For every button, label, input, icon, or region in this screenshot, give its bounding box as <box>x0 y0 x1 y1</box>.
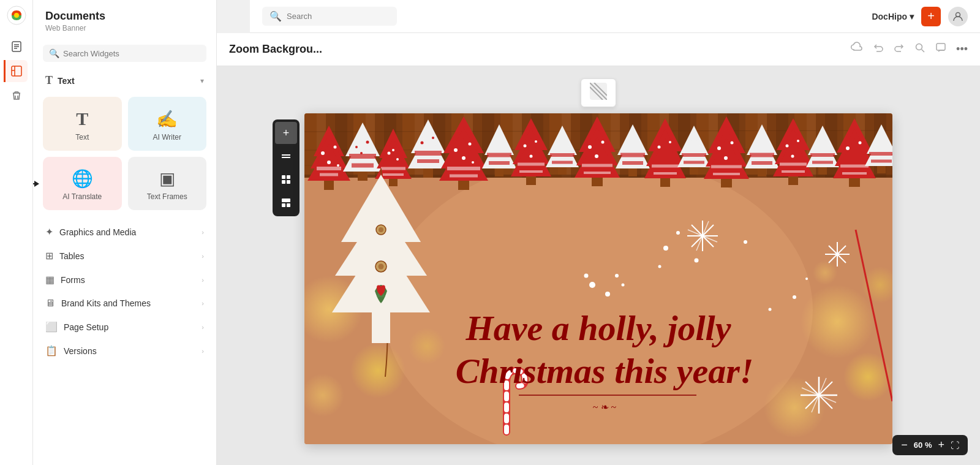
page-setup-chevron: › <box>202 323 204 331</box>
rail-documents-icon[interactable] <box>6 36 28 58</box>
svg-point-64 <box>355 146 358 148</box>
menu-page-setup[interactable]: ⬜ Page Setup › <box>33 315 216 339</box>
svg-point-82 <box>432 137 434 139</box>
svg-point-211 <box>805 278 808 280</box>
widget-text[interactable]: T Text <box>43 97 122 151</box>
zoom-in-button[interactable]: + <box>938 439 944 452</box>
zoom-fit-button[interactable]: ⛶ <box>951 440 959 450</box>
nav-brand[interactable]: DocHipo ▾ <box>872 12 914 21</box>
nav-brand-chevron: ▾ <box>910 12 914 21</box>
rail-editor-icon[interactable] <box>4 60 28 82</box>
widget-ai-translate-label: AI Translate <box>62 192 102 201</box>
svg-rect-136 <box>690 167 698 175</box>
graphics-media-icon: ✦ <box>45 226 53 238</box>
float-pattern-icon <box>590 83 607 103</box>
svg-point-171 <box>846 146 850 150</box>
canvas-body: + <box>217 66 980 465</box>
versions-icon: 📋 <box>45 345 58 357</box>
search-widgets-input[interactable] <box>63 49 200 58</box>
tables-chevron: › <box>202 252 204 260</box>
svg-point-118 <box>595 154 598 158</box>
text-section-header[interactable]: T Text ▾ <box>33 69 216 92</box>
svg-text:~ ❧ ~: ~ ❧ ~ <box>593 402 617 412</box>
nav-avatar[interactable] <box>948 7 968 26</box>
svg-rect-142 <box>721 179 732 187</box>
svg-rect-150 <box>758 168 766 176</box>
widget-ai-writer[interactable]: ✍️ AI Writer <box>128 97 207 151</box>
graphics-media-chevron: › <box>202 229 204 236</box>
zoom-out-button[interactable]: − <box>901 439 908 452</box>
svg-rect-24 <box>282 203 285 207</box>
nav-plus-button[interactable]: + <box>921 7 941 26</box>
svg-rect-101 <box>526 176 536 185</box>
text-section-icon: T <box>45 74 53 87</box>
svg-rect-177 <box>877 166 886 173</box>
redo-icon[interactable] <box>894 42 905 56</box>
more-icon[interactable]: ••• <box>956 43 968 56</box>
svg-rect-23 <box>282 198 290 202</box>
svg-point-217 <box>589 282 595 288</box>
svg-point-210 <box>793 295 796 299</box>
canvas-scene: + <box>304 113 892 444</box>
widget-ai-writer-icon: ✍️ <box>156 109 178 129</box>
app-logo[interactable] <box>6 5 27 26</box>
svg-point-103 <box>535 140 537 143</box>
widget-ai-translate[interactable]: 🌐 AI Translate <box>43 157 122 210</box>
top-nav: 🔍 DocHipo ▾ + <box>250 0 980 33</box>
widget-grid: T Text ✍️ AI Writer 🌐 AI Translate ▣ Tex… <box>33 92 216 220</box>
widget-ai-writer-label: AI Writer <box>153 133 181 142</box>
svg-point-53 <box>321 151 325 155</box>
menu-tables[interactable]: ⊞ Tables › <box>33 244 216 268</box>
forms-icon: ▦ <box>45 274 55 285</box>
svg-point-218 <box>615 274 619 278</box>
svg-point-88 <box>469 143 472 146</box>
menu-brand-kits[interactable]: 🖥 Brand Kits and Themes › <box>33 292 216 315</box>
top-search-input[interactable] <box>287 12 390 21</box>
comments-icon[interactable] <box>935 42 946 56</box>
menu-forms[interactable]: ▦ Forms › <box>33 268 216 292</box>
left-tb-select[interactable] <box>275 145 297 167</box>
svg-point-72 <box>396 158 399 161</box>
svg-text:Christmas this year!: Christmas this year! <box>456 351 754 391</box>
svg-point-10 <box>916 44 922 50</box>
svg-rect-123 <box>628 168 637 176</box>
left-tb-layout[interactable] <box>275 192 297 214</box>
svg-point-157 <box>786 145 789 148</box>
search-widgets-icon: 🔍 <box>49 48 59 58</box>
svg-point-159 <box>791 155 794 158</box>
svg-point-187 <box>379 264 384 270</box>
svg-rect-17 <box>282 154 290 156</box>
forms-label: Forms <box>61 275 85 285</box>
tables-icon: ⊞ <box>45 250 53 262</box>
svg-point-102 <box>524 145 527 148</box>
widget-text-frames-icon: ▣ <box>159 168 175 189</box>
nav-brand-label: DocHipo <box>872 12 907 21</box>
widget-text-frames[interactable]: ▣ Text Frames <box>128 157 207 210</box>
left-tb-add[interactable]: + <box>275 122 297 144</box>
versions-chevron: › <box>202 347 204 355</box>
svg-rect-156 <box>788 176 798 185</box>
menu-graphics-media[interactable]: ✦ Graphics and Media › <box>33 220 216 244</box>
svg-point-219 <box>605 292 610 297</box>
svg-point-48 <box>813 260 837 285</box>
brand-kits-icon: 🖥 <box>45 298 55 309</box>
rail-trash-icon[interactable] <box>6 85 28 107</box>
undo-icon[interactable] <box>873 42 884 56</box>
brand-kits-chevron: › <box>202 300 204 307</box>
svg-rect-18 <box>282 157 290 158</box>
sidebar-subtitle: Web Banner <box>45 24 204 32</box>
graphics-media-label: Graphics and Media <box>59 227 136 237</box>
canvas-header: Zoom Backgrou... <box>217 33 980 66</box>
menu-versions[interactable]: 📋 Versions › <box>33 339 216 363</box>
svg-rect-21 <box>282 180 285 184</box>
svg-point-117 <box>601 141 605 144</box>
left-tb-grid[interactable] <box>275 168 297 191</box>
cloud-icon[interactable] <box>851 42 863 57</box>
svg-point-89 <box>462 156 466 160</box>
sidebar-title: Documents <box>45 10 204 23</box>
svg-rect-109 <box>558 167 567 175</box>
canvas-image: Have a holly, jolly Christmas this year!… <box>304 113 892 444</box>
arrow-indicator <box>33 181 39 187</box>
icon-rail <box>0 0 33 465</box>
search-canvas-icon[interactable] <box>914 42 925 56</box>
